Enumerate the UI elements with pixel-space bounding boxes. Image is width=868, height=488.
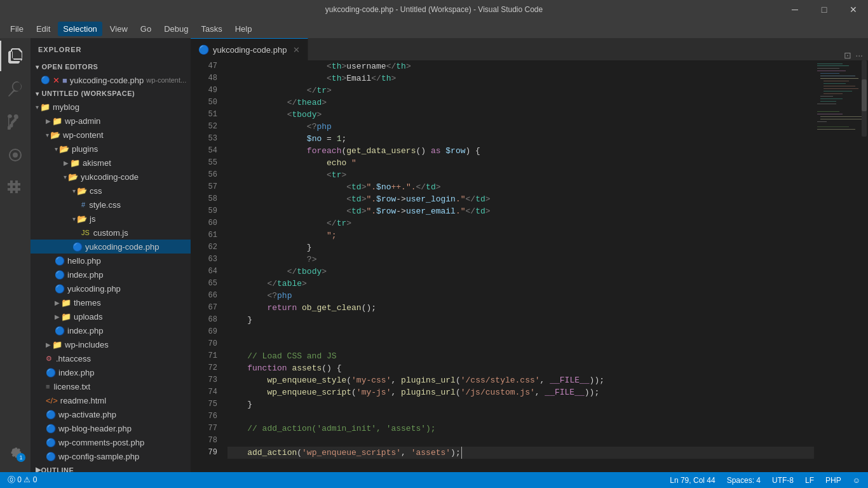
workspace-section[interactable]: ▾ Untitled (Workspace): [31, 87, 191, 100]
sidebar-item-wp-content[interactable]: ▾ 📂 wp-content: [31, 128, 191, 142]
sidebar-item-yukcoding-php[interactable]: 🔵 yukcoding.php: [31, 281, 191, 295]
sidebar-item-js-folder[interactable]: ▾ 📂 js: [31, 212, 191, 226]
menu-tasks[interactable]: Tasks: [196, 22, 227, 36]
menu-debug[interactable]: Debug: [159, 22, 193, 36]
status-cursor[interactable]: Ln 79, Col 44: [667, 476, 717, 485]
sidebar-item-index-php3[interactable]: 🔵 index.php: [31, 365, 191, 379]
sidebar-item-license-txt[interactable]: ≡ license.txt: [31, 379, 191, 393]
code-line-65: </table>: [227, 278, 814, 290]
sidebar-item-htaccess[interactable]: ⚙ .htaccess: [31, 351, 191, 365]
svg-rect-13: [824, 88, 858, 89]
menu-edit[interactable]: Edit: [31, 22, 55, 36]
sidebar-item-themes[interactable]: ▶ 📁 themes: [31, 295, 191, 309]
explorer-activity-icon[interactable]: [0, 41, 31, 71]
menu-file[interactable]: File: [5, 22, 29, 36]
sidebar-item-wp-config-sample[interactable]: 🔵 wp-config-sample.php: [31, 449, 191, 463]
editor-area: 🔵 yukcoding-code.php ✕ ⊡ ··· 47 48 49 50…: [191, 38, 868, 472]
open-editor-item[interactable]: 🔵 ✕ ■ yukcoding-code.php wp-content...: [31, 73, 191, 87]
sidebar-item-akismet[interactable]: ▶ 📁 akismet: [31, 156, 191, 170]
code-content[interactable]: <th>username</th> <th>Email</th> </tr> <…: [222, 60, 814, 472]
folder-open-icon: 📂: [77, 214, 87, 224]
sidebar-item-readme-html[interactable]: </> readme.html: [31, 393, 191, 407]
sidebar-item-css-folder[interactable]: ▾ 📂 css: [31, 184, 191, 198]
sidebar-item-plugins[interactable]: ▾ 📂 plugins: [31, 142, 191, 156]
tab-filename: yukcoding-code.php: [213, 45, 287, 55]
code-line-72: function assets() {: [227, 362, 814, 374]
js-file-icon: JS: [81, 229, 90, 236]
tab-bar: 🔵 yukcoding-code.php ✕ ⊡ ···: [191, 38, 868, 60]
code-line-54: foreach(get_data_users() as $row) {: [227, 145, 814, 157]
sidebar-item-wp-activate[interactable]: 🔵 wp-activate.php: [31, 407, 191, 421]
sidebar-item-hello-php[interactable]: 🔵 hello.php: [31, 254, 191, 268]
code-line-57: <td>".$no++.".</td>: [227, 181, 814, 193]
sidebar-item-yukcoding-code-folder[interactable]: ▾ 📂 yukcoding-code: [31, 170, 191, 184]
open-editors-section[interactable]: ▾ Open Editors: [31, 60, 191, 73]
svg-rect-11: [824, 83, 846, 84]
status-eol[interactable]: LF: [803, 476, 817, 485]
status-errors[interactable]: ⓪ 0 ⚠ 0: [5, 475, 39, 485]
php-file-icon: 🔵: [41, 76, 50, 85]
php-file-icon9: 🔵: [46, 424, 56, 433]
menu-help[interactable]: Help: [230, 22, 257, 36]
sidebar-item-index-php[interactable]: 🔵 index.php: [31, 268, 191, 281]
code-line-51: <tbody>: [227, 109, 814, 121]
menu-go[interactable]: Go: [135, 22, 156, 36]
settings-activity-icon[interactable]: 1: [0, 437, 31, 467]
tab-close-button[interactable]: ✕: [293, 45, 300, 55]
code-line-49: </tr>: [227, 85, 814, 97]
more-actions-icon[interactable]: ···: [855, 50, 863, 60]
sidebar-item-wp-blog-header[interactable]: 🔵 wp-blog-header.php: [31, 421, 191, 435]
status-encoding[interactable]: UTF-8: [770, 476, 796, 485]
code-line-68: }: [227, 314, 814, 326]
svg-rect-2: [814, 60, 868, 472]
split-editor-icon[interactable]: ⊡: [844, 50, 851, 60]
svg-point-1: [13, 152, 18, 158]
svg-rect-19: [817, 104, 836, 104]
sidebar-item-custom-js[interactable]: JS custom.js: [31, 226, 191, 240]
code-line-76: [227, 410, 814, 423]
minimize-button[interactable]: ─: [780, 0, 810, 19]
sidebar-item-wp-admin[interactable]: ▶ 📁 wp-admin: [31, 114, 191, 128]
close-button[interactable]: ✕: [839, 0, 868, 19]
editor-tab-yukcoding[interactable]: 🔵 yukcoding-code.php ✕: [191, 38, 308, 60]
code-line-69: [227, 326, 814, 338]
sidebar-item-style-css[interactable]: # style.css: [31, 198, 191, 212]
code-line-58: <td>".$row->user_login."</td>: [227, 193, 814, 205]
folder-icon3: 📁: [61, 312, 71, 322]
code-line-77: // add_action('admin_init', 'assets');: [227, 423, 814, 435]
folder-icon: 📁: [52, 116, 62, 126]
outline-section-header[interactable]: ▶ Outline: [31, 463, 191, 472]
search-activity-icon[interactable]: [0, 74, 31, 104]
menu-selection[interactable]: Selection: [58, 22, 102, 36]
status-language[interactable]: PHP: [823, 476, 844, 485]
menu-view[interactable]: View: [105, 22, 133, 36]
code-line-59: <td>".$row->user_email."</td>: [227, 205, 814, 217]
sidebar-item-index-php2[interactable]: 🔵 index.php: [31, 323, 191, 337]
extensions-activity-icon[interactable]: [0, 173, 31, 203]
svg-rect-5: [817, 68, 839, 69]
code-line-64: </tbody>: [227, 266, 814, 278]
debug-activity-icon[interactable]: [0, 140, 31, 170]
php-file-icon10: 🔵: [46, 438, 56, 447]
sidebar-item-wp-comments-post[interactable]: 🔵 wp-comments-post.php: [31, 435, 191, 449]
file-tree: ▾ Open Editors 🔵 ✕ ■ yukcoding-code.php …: [31, 60, 191, 472]
main-layout: 1 Explorer ▾ Open Editors 🔵 ✕ ■ yukcodin…: [0, 38, 868, 472]
sidebar-item-yukcoding-code-php[interactable]: 🔵 yukcoding-code.php: [31, 240, 191, 254]
code-line-53: $no = 1;: [227, 133, 814, 145]
html-file-icon: </>: [46, 396, 58, 405]
sidebar-item-wp-includes[interactable]: ▶ 📁 wp-includes: [31, 337, 191, 351]
status-smiley-icon[interactable]: ☺: [850, 476, 863, 485]
php-file-icon11: 🔵: [46, 452, 56, 461]
folder-open-icon: 📂: [50, 130, 60, 140]
maximize-button[interactable]: □: [810, 0, 839, 19]
sidebar-item-myblog[interactable]: ▾ 📁 myblog: [31, 100, 191, 114]
svg-rect-3: [817, 64, 843, 64]
code-line-66: <?php: [227, 290, 814, 302]
source-control-activity-icon[interactable]: [0, 107, 31, 137]
code-editor[interactable]: 47 48 49 50 51 52 53 54 55 56 57 58 59 6…: [191, 60, 868, 472]
php-file-icon5: 🔵: [55, 284, 65, 294]
status-spaces[interactable]: Spaces: 4: [724, 476, 763, 485]
folder-open-icon: 📂: [59, 144, 69, 154]
sidebar-item-uploads[interactable]: ▶ 📁 uploads: [31, 309, 191, 323]
minimap-content: [814, 60, 868, 472]
